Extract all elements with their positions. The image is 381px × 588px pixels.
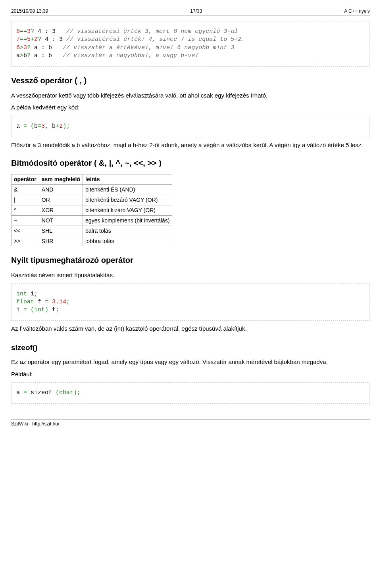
heading-sizeof: sizeof() [11, 343, 370, 353]
th-operator: operátor [12, 174, 39, 185]
bitmod-table: operátor asm megfelelő leírás & AND bite… [11, 174, 172, 246]
heading-bitmod-operator: Bitmódosító operátor ( &, |, ^, ~, <<, >… [11, 158, 370, 169]
para-cast-after: Az f változóban valós szám van, de az (i… [11, 325, 370, 333]
code-pre-1: 8==3? 4 : 3 // visszatérési érték 3, mer… [14, 27, 367, 61]
para-example-intro: A példa kedvéért egy kód: [11, 103, 370, 111]
code-pre-4: a = sizeof (char); [14, 388, 367, 398]
para-sizeof-desc: Ez az operátor egy paramétert fogad, ame… [11, 358, 370, 366]
heading-comma-operator: Vessző operátor ( , ) [11, 75, 370, 86]
para-example2: Például: [11, 370, 370, 378]
th-asm: asm megfelelő [39, 174, 83, 185]
code-block-ternary: 8==3? 4 : 3 // visszatérési érték 3, mer… [11, 21, 370, 67]
table-row: >> SHR jobbra tolás [12, 236, 172, 246]
table-row: & AND bitenkénti ÉS (AND) [12, 185, 172, 195]
header-title: A C++ nyelv [344, 8, 370, 14]
para-comma-explain: Először a 3 rendelődik a b változóhoz, m… [11, 141, 370, 149]
table-row: | OR bitenkénti bezáró VAGY (OR) [12, 195, 172, 205]
table-row: ^ XOR bitenkénti kizáró VAGY (OR) [12, 205, 172, 215]
table-row: ~ NOT egyes komplemens (bit invertálás) [12, 215, 172, 226]
code-block-sizeof: a = sizeof (char); [11, 382, 370, 404]
code-pre-2: a = (b=3, b+2); [14, 122, 367, 131]
code-block-cast: int i; float f = 3.14; i = (int) f; [11, 283, 370, 321]
th-desc: leírás [83, 174, 172, 185]
para-cast-desc: Kasztolás néven ismert típusátalakítás. [11, 271, 370, 279]
header-page-number: 17/33 [190, 8, 202, 14]
page-footer: SzitWiki - http://szit.hu/ [11, 419, 370, 427]
table-row: << SHL balra tolás [12, 226, 172, 236]
page-header: 2015/10/08 13:39 17/33 A C++ nyelv [11, 8, 370, 15]
heading-cast-operator: Nyílt típusmeghatározó operátor [11, 255, 370, 266]
code-pre-3: int i; float f = 3.14; i = (int) f; [14, 289, 367, 315]
footer-text: SzitWiki - http://szit.hu/ [11, 421, 59, 427]
table-header-row: operátor asm megfelelő leírás [12, 174, 172, 185]
header-timestamp: 2015/10/08 13:39 [11, 8, 48, 14]
code-block-comma: a = (b=3, b+2); [11, 116, 370, 137]
para-comma-desc: A vesszőoperátor kettő vagy több kifejez… [11, 92, 370, 100]
